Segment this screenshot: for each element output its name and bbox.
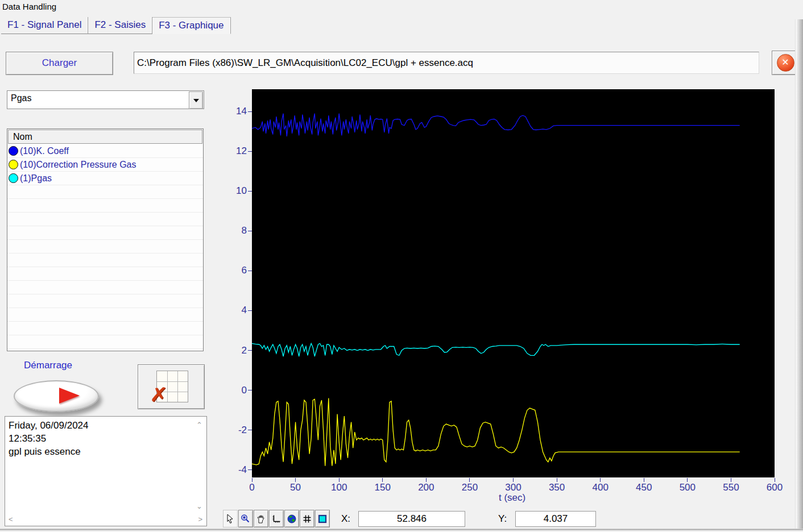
x-axis-tick-label: 600 (767, 482, 783, 493)
signal-list-empty-row[interactable] (7, 213, 203, 226)
scroll-left-icon[interactable]: < (9, 516, 13, 523)
x-axis-tick-label: 350 (549, 482, 565, 493)
y-axis-tick-mark (248, 469, 252, 470)
signal-list[interactable]: Nom (10)K. Coeff(10)Correction Pressure … (7, 128, 204, 351)
start-toggle-button[interactable] (14, 380, 99, 412)
x-axis-tick-mark (644, 478, 644, 482)
signal-list-empty-row[interactable] (7, 267, 203, 281)
y-axis-tick-mark (248, 390, 252, 390)
x-axis-tick-label: 500 (680, 482, 696, 493)
x-axis-tick-mark (687, 478, 688, 482)
y-axis-tick-mark (248, 430, 252, 430)
palette-square-button[interactable] (315, 510, 330, 527)
file-path-input[interactable]: C:\Program Files (x86)\SW_LR_GM\Acquisit… (134, 52, 759, 74)
y-axis-tick-mark (248, 271, 252, 271)
signal-list-empty-row[interactable] (7, 185, 203, 199)
graph-palette (223, 510, 330, 527)
y-axis-tick-label: 6 (227, 265, 247, 276)
signal-list-empty-row[interactable] (7, 226, 203, 240)
zoom-icon (241, 514, 251, 524)
y-value-field: 4.037 (515, 511, 596, 527)
pan-icon (256, 514, 266, 524)
log-textarea[interactable]: Friday, 06/09/2024 12:35:35 gpl puis ess… (5, 416, 207, 526)
close-icon: ✕ (777, 54, 794, 72)
play-arrow-icon (59, 388, 80, 404)
scroll-down-icon[interactable]: ⌄ (196, 502, 202, 510)
x-axis-title: t (sec) (499, 492, 525, 504)
x-axis-tick-mark (426, 478, 427, 482)
tab-f3-graphique[interactable]: F3 - Graphique (152, 17, 230, 34)
window-bottom-edge (0, 529, 803, 530)
palette-zoom-button[interactable] (238, 510, 253, 527)
chart-plot-area[interactable] (252, 89, 775, 477)
charger-button[interactable]: Charger (6, 52, 113, 75)
signal-color-icon (9, 146, 18, 156)
square-icon (317, 514, 328, 524)
signal-list-item-label: (1)Pgas (20, 173, 52, 184)
x-value-field: 52.846 (358, 511, 465, 527)
palette-pan-button[interactable] (254, 510, 268, 527)
log-line: gpl puis essence (9, 445, 203, 458)
signal-list-empty-row[interactable] (7, 199, 203, 213)
signal-list-empty-row[interactable] (7, 253, 203, 267)
scroll-up-icon[interactable]: ⌃ (196, 421, 202, 429)
y-axis-tick-mark (248, 231, 252, 231)
delete-x-icon: ✗ (150, 383, 168, 406)
tab-f2-saisies[interactable]: F2 - Saisies (88, 17, 152, 34)
signal-list-item[interactable]: (10)K. Coeff (7, 144, 203, 158)
y-axis-tick-mark (248, 111, 252, 112)
y-axis-tick-label: -4 (227, 464, 247, 476)
signal-list-empty-row[interactable] (7, 322, 203, 335)
x-axis-tick-mark (252, 478, 253, 482)
y-axis-tick-label: 12 (227, 146, 247, 157)
signal-list-item[interactable]: (1)Pgas (7, 172, 203, 185)
grid-icon (302, 514, 312, 524)
series-k-coeff (252, 114, 740, 136)
palette-cursor-button[interactable] (223, 510, 238, 527)
x-axis-tick-mark (469, 478, 470, 482)
chevron-down-icon (193, 99, 199, 102)
x-axis-tick-label: 400 (592, 482, 608, 493)
palette-globe-button[interactable] (284, 510, 299, 527)
clear-grid-button[interactable]: ✗ (138, 364, 205, 409)
signal-list-empty-row[interactable] (7, 240, 203, 253)
window-title: Data Handling (2, 2, 56, 11)
signal-list-header: Nom (8, 130, 202, 144)
y-axis-tick-mark (248, 350, 252, 351)
signal-rows: (10)K. Coeff(10)Correction Pressure Gas(… (7, 144, 203, 349)
window-right-edge (795, 19, 803, 530)
palette-axis-button[interactable] (269, 510, 284, 527)
x-axis-tick-label: 550 (723, 482, 739, 493)
palette-grid-button[interactable] (300, 510, 314, 527)
x-axis-tick-mark (557, 478, 557, 482)
axis-icon (271, 514, 282, 524)
signal-dropdown-value: Pgas (11, 93, 31, 103)
demarrage-label: Démarrage (24, 360, 72, 371)
y-axis-tick-label: -2 (227, 425, 247, 436)
signal-list-empty-row[interactable] (7, 281, 203, 294)
x-axis-tick-label: 200 (418, 482, 434, 493)
y-readout-label: Y: (498, 513, 507, 525)
y-axis-tick-label: 10 (227, 185, 247, 197)
scroll-right-icon[interactable]: > (198, 516, 202, 523)
x-axis-tick-label: 450 (636, 482, 652, 493)
signal-list-empty-row[interactable] (7, 308, 203, 322)
chart-svg (252, 89, 775, 477)
y-axis-tick-label: 4 (227, 305, 247, 316)
signal-list-item-label: (10)Correction Pressure Gas (20, 160, 136, 170)
signal-list-empty-row[interactable] (7, 294, 203, 308)
y-axis-tick-label: 2 (227, 345, 247, 356)
x-axis-tick-mark (295, 478, 296, 482)
tab-bar: F1 - Signal Panel F2 - Saisies F3 - Grap… (1, 17, 231, 34)
y-axis-tick-label: 8 (227, 225, 247, 236)
dropdown-arrow-button[interactable] (189, 92, 203, 109)
signal-list-empty-row[interactable] (7, 335, 203, 349)
x-axis-tick-mark (382, 478, 383, 482)
signal-color-icon (9, 160, 18, 169)
signal-list-item[interactable]: (10)Correction Pressure Gas (7, 158, 203, 172)
tab-f1-signal-panel[interactable]: F1 - Signal Panel (1, 17, 88, 34)
cursor-icon (225, 514, 235, 524)
y-axis-tick-mark (248, 310, 252, 311)
globe-icon (287, 514, 297, 524)
signal-dropdown[interactable]: Pgas (7, 90, 204, 109)
